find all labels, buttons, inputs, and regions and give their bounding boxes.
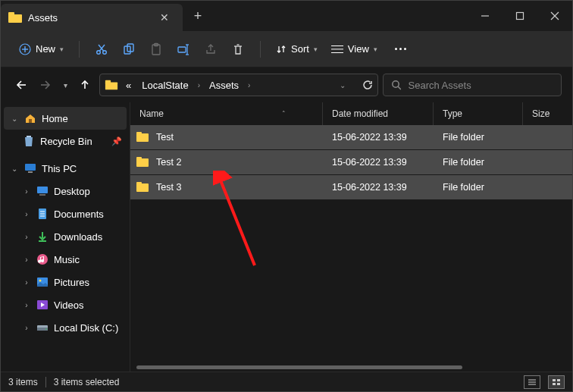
file-name: Test 2 (156, 157, 181, 168)
back-button[interactable] (11, 75, 31, 95)
desktop-icon (36, 185, 49, 197)
column-type[interactable]: Type (434, 102, 523, 125)
file-date: 15-06-2022 13:39 (323, 132, 434, 143)
svg-rect-43 (553, 379, 556, 381)
file-row[interactable]: Test 215-06-2022 13:39File folder (130, 150, 572, 174)
column-headers: Name ˄ Date modified Type Size (130, 102, 572, 125)
file-row[interactable]: Test15-06-2022 13:39File folder (130, 125, 572, 149)
sidebar-label: This PC (42, 163, 122, 174)
close-button[interactable] (537, 1, 572, 31)
chevron-down-icon: ⌄ (10, 165, 19, 173)
separator (45, 377, 46, 387)
minimize-button[interactable] (468, 1, 503, 31)
folder-icon (136, 157, 150, 168)
hamburger-icon (331, 45, 343, 53)
chevron-down-icon: ▾ (374, 45, 377, 53)
sidebar-item-videos[interactable]: › Videos (4, 293, 127, 316)
search-input[interactable] (409, 80, 553, 91)
scroll-thumb[interactable] (136, 365, 462, 369)
breadcrumb[interactable]: « LocalState › Assets › ⌄ (99, 74, 378, 96)
chevron-right-icon[interactable]: › (196, 81, 202, 89)
sidebar-label: Home (42, 113, 122, 124)
sidebar-label: Recycle Bin (40, 136, 107, 147)
chevron-right-icon: › (22, 324, 31, 332)
svg-point-7 (97, 50, 101, 54)
separator (260, 41, 261, 58)
sidebar-item-thispc[interactable]: ⌄ This PC (4, 157, 127, 180)
new-label: New (36, 43, 55, 55)
forward-button[interactable] (36, 75, 55, 95)
file-row[interactable]: Test 315-06-2022 13:39File folder (130, 175, 572, 199)
drive-icon (36, 321, 49, 334)
svg-point-34 (39, 280, 42, 282)
refresh-icon[interactable] (362, 80, 373, 90)
sidebar-item-downloads[interactable]: › Downloads (4, 225, 127, 248)
column-label: Size (532, 108, 550, 119)
sidebar-item-localc[interactable]: › Local Disk (C:) (4, 316, 127, 339)
documents-icon (36, 208, 49, 220)
sidebar-item-documents[interactable]: › Documents (4, 202, 127, 225)
svg-point-38 (45, 328, 47, 330)
crumb-localstate[interactable]: LocalState (139, 80, 191, 91)
tab-title: Assets (28, 12, 148, 24)
sidebar-item-music[interactable]: › Music (4, 248, 127, 271)
sidebar-item-recycle[interactable]: Recycle Bin 📌 (4, 130, 127, 152)
sort-button[interactable]: Sort ▾ (271, 40, 322, 58)
file-type: File folder (434, 182, 523, 193)
body: ⌄ Home Recycle Bin 📌 ⌄ This PC (1, 102, 572, 372)
window-controls (468, 1, 572, 31)
column-label: Date modified (332, 108, 388, 119)
delete-button[interactable] (227, 38, 249, 61)
svg-rect-26 (39, 194, 45, 196)
sidebar-label: Music (54, 254, 122, 265)
icons-view-button[interactable] (548, 375, 565, 389)
up-button[interactable] (75, 75, 95, 95)
paste-button[interactable] (145, 38, 168, 61)
address-row: ▾ « LocalState › Assets › ⌄ (1, 67, 572, 102)
share-button[interactable] (199, 38, 222, 61)
file-type: File folder (434, 132, 523, 143)
cut-button[interactable] (90, 38, 113, 61)
crumb-assets[interactable]: Assets (206, 80, 242, 91)
svg-point-19 (393, 81, 399, 87)
more-button[interactable] (390, 38, 412, 61)
column-size[interactable]: Size (523, 102, 572, 125)
svg-rect-21 (29, 119, 32, 123)
sidebar-item-desktop[interactable]: › Desktop (4, 180, 127, 202)
maximize-button[interactable] (503, 1, 537, 31)
new-button[interactable]: New ▾ (14, 40, 68, 58)
horizontal-scrollbar[interactable] (130, 362, 572, 372)
column-label: Name (139, 108, 164, 119)
tab-close-button[interactable]: ✕ (154, 11, 175, 24)
pc-icon (23, 162, 37, 174)
search-box[interactable] (383, 74, 562, 96)
chevron-down-icon: ⌄ (10, 114, 19, 123)
file-name: Test (156, 132, 174, 143)
tab-assets[interactable]: Assets ✕ (1, 4, 183, 31)
content: Name ˄ Date modified Type Size Test15-06… (130, 102, 572, 372)
svg-rect-15 (178, 47, 186, 52)
sort-label: Sort (291, 43, 309, 55)
sidebar-label: Videos (54, 299, 122, 311)
selection-count: 3 items selected (54, 377, 120, 387)
column-date[interactable]: Date modified (323, 102, 434, 125)
svg-rect-24 (28, 171, 33, 173)
copy-button[interactable] (117, 38, 140, 61)
sidebar-label: Local Disk (C:) (54, 322, 122, 334)
rename-button[interactable] (172, 38, 195, 61)
details-view-button[interactable] (524, 375, 540, 389)
chevron-right-icon: › (22, 233, 31, 241)
chevron-down-icon[interactable]: ⌄ (338, 81, 347, 89)
recycle-icon (22, 135, 36, 147)
column-name[interactable]: Name ˄ (130, 102, 323, 125)
sidebar-item-pictures[interactable]: › Pictures (4, 271, 127, 293)
sidebar-label: Downloads (54, 231, 122, 243)
new-tab-button[interactable]: + (183, 1, 213, 31)
chevron-right-icon[interactable]: › (246, 81, 252, 89)
svg-line-20 (398, 86, 400, 89)
history-button[interactable]: ▾ (60, 75, 70, 95)
status-bar: 3 items 3 items selected (1, 372, 572, 391)
view-button[interactable]: View ▾ (327, 40, 382, 58)
sidebar-item-home[interactable]: ⌄ Home (4, 107, 127, 130)
file-date: 15-06-2022 13:39 (323, 157, 434, 168)
